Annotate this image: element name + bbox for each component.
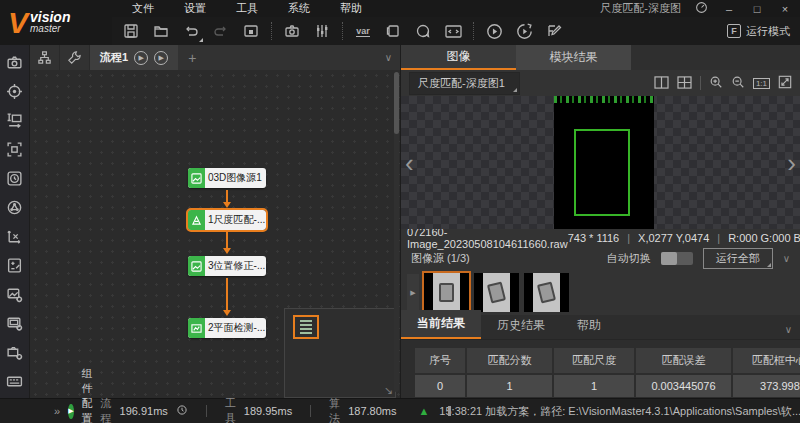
run-all-button[interactable]: 运行全部 [703, 248, 773, 269]
recognition-focus-icon[interactable] [2, 136, 28, 163]
tab-current-result[interactable]: 当前结果 [401, 310, 481, 339]
log-message: 15:38:21 加载方案，路径: E:\VisionMaster4.3.1\A… [439, 404, 800, 419]
edit-scheme-button[interactable] [541, 19, 567, 43]
menu-settings[interactable]: 设置 [170, 0, 220, 18]
calibration-transform-icon[interactable] [2, 223, 28, 250]
thumbnail-strip: ▶ [401, 270, 800, 315]
window-capture-icon[interactable] [238, 19, 264, 43]
run-continuous-button[interactable] [511, 19, 537, 43]
menu-file[interactable]: 文件 [118, 0, 168, 18]
camera-settings-icon[interactable] [2, 339, 28, 366]
undo-button[interactable] [178, 19, 204, 43]
run-status-icon: ▶ [68, 404, 73, 419]
run-once-button[interactable] [481, 19, 507, 43]
calculator-icon[interactable] [2, 252, 28, 279]
menu-help[interactable]: 帮助 [326, 0, 376, 18]
add-flow-button[interactable]: + [188, 50, 196, 66]
menu-system[interactable]: 系统 [274, 0, 324, 18]
fit-window-icon[interactable] [778, 75, 792, 91]
location-target-icon[interactable] [2, 78, 28, 105]
thumbnail-3[interactable] [524, 273, 569, 312]
node-plane-detect[interactable]: 2平面检测-... [188, 318, 266, 338]
flow-config-wrench-icon[interactable] [60, 45, 90, 70]
node-3d-image-source[interactable]: 03D图像源1 [188, 168, 266, 188]
minimize-button[interactable]: – [722, 3, 736, 15]
flow-time-value: 196.91ms [120, 405, 168, 417]
logic-network-icon[interactable] [2, 194, 28, 221]
algo-time-label: 算法 [329, 396, 340, 423]
flow-time-detail-icon[interactable] [176, 404, 188, 418]
flow-run-loop-icon[interactable]: ▶ [154, 51, 168, 65]
tab-history-result[interactable]: 历史结果 [481, 312, 561, 339]
acquisition-camera-icon[interactable] [2, 49, 28, 76]
app-logo: V vision master [0, 0, 112, 45]
redo-button[interactable] [208, 19, 234, 43]
io-module-button[interactable] [380, 19, 406, 43]
shortcut-keyboard-icon[interactable] [2, 368, 28, 395]
minimap-resize-icon[interactable]: ↘ [384, 384, 393, 397]
camera-button[interactable] [279, 19, 305, 43]
minimap-node-bar [300, 324, 312, 326]
thumbnail-2[interactable] [474, 273, 519, 312]
image-source-icon [188, 168, 205, 188]
node-label: 2平面检测-... [205, 321, 265, 335]
speed-dial-icon[interactable] [695, 1, 708, 16]
cell-score: 1 [467, 375, 552, 397]
auto-switch-toggle[interactable] [661, 252, 693, 265]
tab-module-result[interactable]: 模块结果 [516, 45, 631, 70]
tab-help[interactable]: 帮助 [561, 312, 617, 339]
zoom-in-icon[interactable] [709, 75, 723, 91]
result-collapse-chevron-icon[interactable]: ∨ [785, 324, 800, 339]
global-trigger-button[interactable] [410, 19, 436, 43]
run-mode-icon: F [727, 24, 741, 38]
close-button[interactable]: × [778, 3, 792, 15]
thumbnail-scroll-left[interactable]: ▶ [407, 274, 419, 312]
variables-button[interactable]: var [350, 19, 376, 43]
timeline-slider-thumb[interactable] [448, 406, 451, 416]
cell-error: 0.003445076 [636, 375, 731, 397]
next-image-arrow[interactable]: › [787, 153, 796, 173]
actual-size-icon[interactable]: 1:1 [753, 78, 770, 89]
window-title: 尺度匹配-深度图 [600, 1, 681, 16]
open-folder-button[interactable] [148, 19, 174, 43]
component-status-text: 组件配置完成 [82, 366, 93, 423]
statusbar-collapse-icon[interactable]: » [54, 405, 60, 417]
image-settings-icon[interactable] [2, 281, 28, 308]
zoom-out-icon[interactable] [731, 75, 745, 91]
save-button[interactable] [118, 19, 144, 43]
flow-run-once-icon[interactable]: ▶ [134, 51, 148, 65]
main-toolbar: var F 运行模式 [112, 17, 800, 45]
node-position-fix[interactable]: 3位置修正-... [188, 256, 266, 276]
measure-icon[interactable] [2, 107, 28, 134]
adjust-sliders-button[interactable] [309, 19, 335, 43]
image-source-row: 图像源 (1/3) 自动切换 运行全部 ∨ [401, 246, 800, 270]
minimap-viewport[interactable] [293, 315, 319, 339]
split-view-icon[interactable] [654, 76, 669, 91]
node-scale-match[interactable]: 1尺度匹配-... [188, 210, 266, 230]
script-code-button[interactable] [440, 19, 466, 43]
flow-connector-arrow [226, 232, 228, 252]
prev-image-arrow[interactable]: ‹ [405, 153, 414, 173]
deep-learning-icon[interactable] [2, 165, 28, 192]
logo-text: vision master [30, 12, 70, 34]
flow-canvas[interactable]: 03D图像源1 1尺度匹配-... 3位置修正-... [30, 70, 400, 398]
canvas-minimap[interactable]: ↘ [284, 308, 396, 398]
maximize-button[interactable]: □ [750, 3, 764, 15]
menu-tools[interactable]: 工具 [222, 0, 272, 18]
canvas-scrollbar-thumb[interactable] [394, 72, 399, 134]
pixel-rgb: R:000 G:000 B:000 [728, 232, 800, 244]
source-collapse-chevron-icon[interactable]: ∨ [783, 253, 790, 264]
canvas-scrollbar[interactable] [394, 72, 399, 392]
thumbnail-1[interactable] [424, 273, 469, 312]
flow-tab-process1[interactable]: 流程1 ▶ ▶ [90, 45, 178, 70]
cursor-coords: X,0277 Y,0474 [638, 232, 709, 244]
image-viewer[interactable]: ‹ › [401, 96, 800, 229]
flow-tabs-chevron-icon[interactable]: ∨ [385, 52, 400, 63]
run-mode-label: 运行模式 [746, 24, 790, 39]
display-settings-icon[interactable] [2, 310, 28, 337]
flow-list-icon[interactable] [30, 45, 60, 70]
quad-view-icon[interactable] [677, 76, 692, 91]
tab-image[interactable]: 图像 [401, 45, 516, 70]
run-mode-switch[interactable]: F 运行模式 [727, 24, 800, 39]
image-source-select[interactable]: 尺度匹配-深度图1 [409, 72, 520, 95]
